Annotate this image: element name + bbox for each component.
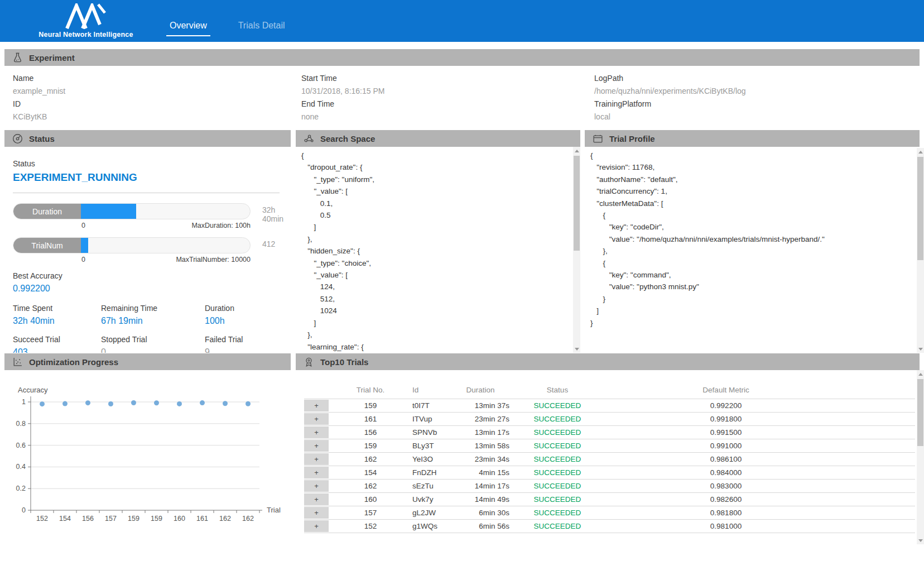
trial-metric-cell: 0.992200 [600,399,852,413]
training-platform-value: local [594,112,920,122]
top10-section-header: Top10 Trials [296,353,920,370]
json-line: 0.5 [301,209,580,221]
expand-row-button[interactable]: + [304,507,329,519]
trial-profile-section-header: Trial Profile [585,130,920,147]
scatter-point[interactable] [200,400,205,405]
experiment-col-2: Start Time 10/31/2018, 8:16:15 PM End Ti… [301,70,594,122]
json-line: { [590,209,920,221]
trial-profile-scrollbar[interactable] [917,148,924,353]
experiment-col-3: LogPath /home/quzha/nni/experiments/KCiB… [594,70,920,122]
duration-stat: Duration 100h [205,304,282,326]
svg-text:0: 0 [22,506,26,514]
expand-row-button[interactable]: + [304,480,329,492]
filler-cell [852,520,915,533]
trial-profile-icon [593,133,603,144]
scatter-point[interactable] [154,400,159,405]
scatter-point[interactable] [223,401,228,406]
tab-overview[interactable]: Overview [166,21,210,36]
trial-id-cell: FnDZH [412,466,446,480]
svg-text:159: 159 [128,515,139,523]
json-line: 124, [301,281,580,293]
json-line: ] [301,221,580,233]
expand-row-button[interactable]: + [304,453,329,465]
json-line: { [590,257,920,269]
trial-no-cell: 162 [329,453,412,466]
scatter-point[interactable] [85,400,90,405]
succeed-trial-stat: Succeed Trial 403 [13,335,101,353]
scatter-point[interactable] [40,401,45,406]
trial-id-cell: BLy3T [412,439,446,453]
search-space-scrollbar[interactable] [573,147,580,353]
scroll-down-arrow-icon[interactable] [573,345,580,353]
scroll-up-arrow-icon[interactable] [917,148,924,156]
scrollbar-thumb[interactable] [917,379,923,446]
id-value: KCiBytKB [13,112,301,122]
svg-text:162: 162 [219,515,231,523]
start-time-value: 10/31/2018, 8:16:15 PM [301,87,594,96]
trial-profile-panel: Trial Profile { "revision": 11768, "auth… [585,130,920,353]
optimization-scatter-chart[interactable]: 00.20.40.60.8115215415615715915916016116… [4,370,291,538]
remaining-time-stat: Remaining Time 67h 19min [101,304,205,326]
expand-row-button[interactable]: + [304,413,329,425]
scatter-point[interactable] [246,401,251,406]
scatter-point[interactable] [131,400,136,405]
logpath-label: LogPath [594,74,920,83]
expand-row-button[interactable]: + [304,520,329,532]
brand-name: Neural Network Intelligence [38,31,133,39]
top10-trials-panel: Top10 Trials Trial No. Id Duration Statu… [296,353,920,546]
scroll-down-arrow-icon[interactable] [917,345,924,353]
scroll-up-arrow-icon[interactable] [573,147,580,155]
expand-row-button[interactable]: + [304,467,329,478]
scatter-point[interactable] [108,401,113,406]
trialnum-progress-row: TrialNum 412 [13,237,282,253]
svg-text:Trial: Trial [267,506,281,514]
status-stats: Time Spent 32h 40min Remaining Time 67h … [13,304,282,353]
tab-trials-detail[interactable]: Trials Detail [235,21,288,36]
duration-bar-label: Duration [13,204,81,219]
filler-cell [852,493,915,506]
svg-text:0.8: 0.8 [16,420,26,428]
trial-no-cell: 154 [329,466,412,480]
json-line: } [590,317,920,329]
scrollbar-thumb[interactable] [917,157,923,260]
trial-status-cell: SUCCEEDED [515,520,600,533]
trial-status-cell: SUCCEEDED [515,466,600,480]
trial-row: +154FnDZH4min 15sSUCCEEDED0.984000 [304,466,915,480]
scatter-point[interactable] [62,401,68,406]
expand-row-button[interactable]: + [304,493,329,505]
scrollbar-thumb[interactable] [574,156,580,251]
experiment-col-1: Name example_mnist ID KCiBytKB [13,70,301,122]
search-space-body[interactable]: { "dropout_rate": { "_type": "uniform", … [296,147,580,353]
json-line: "learning_rate": { [301,341,580,353]
expand-row-button[interactable]: + [304,440,329,452]
json-line: "clusterMetaData": [ [590,198,920,209]
trial-metric-cell: 0.981800 [600,506,852,520]
json-line: "_value": [ [301,269,580,281]
expand-row-button[interactable]: + [304,400,329,411]
end-time-label: End Time [301,99,594,109]
scroll-down-arrow-icon[interactable] [917,536,924,544]
name-label: Name [13,74,301,83]
cell: + [304,426,329,439]
top-nav: Neural Network Intelligence Overview Tri… [0,0,924,42]
duration-progress-row: Duration 32h 40min [13,203,282,219]
scatter-point[interactable] [177,401,182,406]
scroll-up-arrow-icon[interactable] [917,370,924,378]
trialnum-bar-value: 412 [262,239,275,248]
trial-row: +159t0I7T13min 37sSUCCEEDED0.992200 [304,399,915,413]
top10-trials-scrollbar[interactable] [917,370,924,544]
trialnum-max: MaxTrialNumber: 10000 [176,256,251,263]
status-label: Status [13,159,282,168]
trial-id-cell: Uvk7y [412,493,446,506]
cell: + [304,413,329,426]
trial-duration-cell: 6min 56s [446,520,515,533]
expand-row-button[interactable]: + [304,427,329,438]
trial-profile-body[interactable]: { "revision": 11768, "authorName": "defa… [585,147,920,353]
trial-id-cell: YeI3O [412,453,446,466]
trial-status-cell: SUCCEEDED [515,506,600,520]
filler-cell [852,439,915,453]
status-section-header: Status [4,130,291,147]
json-line: "_type": "choice", [301,257,580,269]
trial-duration-cell: 23min 34s [446,453,515,466]
trial-metric-cell: 0.986100 [600,453,852,466]
